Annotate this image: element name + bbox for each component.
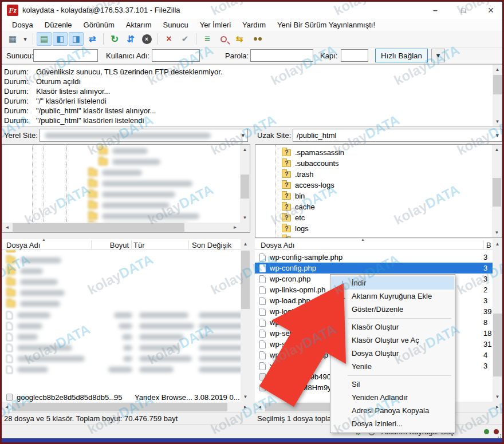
menu-item-copy-url[interactable]: Adresi Panoya Kopyala bbox=[331, 404, 454, 417]
compare-directories-icon[interactable] bbox=[232, 32, 247, 46]
site-manager-dropdown-icon[interactable] bbox=[21, 32, 29, 46]
column-divider[interactable] bbox=[131, 240, 132, 249]
scrollbar-thumb[interactable] bbox=[493, 314, 502, 376]
scroll-down-icon[interactable] bbox=[241, 392, 250, 402]
menu-item-add-to-queue[interactable]: Aktarım Kuyruğuna Ekle bbox=[331, 290, 454, 303]
menu-item-delete[interactable]: Sil bbox=[331, 378, 454, 391]
menu-item-download[interactable]: İndir bbox=[331, 276, 454, 290]
menu-item-rename[interactable]: Yeniden Adlandır bbox=[331, 391, 454, 404]
remote-tree-item[interactable]: etc bbox=[255, 212, 305, 223]
local-tree-pane[interactable] bbox=[2, 144, 250, 233]
filter-icon[interactable] bbox=[200, 32, 215, 46]
remote-tree-item[interactable]: .subaccounts bbox=[255, 158, 339, 169]
menu-aktarim[interactable]: Aktarım bbox=[120, 19, 158, 31]
column-divider[interactable] bbox=[91, 240, 92, 249]
menu-item-view-edit[interactable]: Göster/Düzenle bbox=[331, 303, 454, 316]
remote-tree-item[interactable]: .trash bbox=[255, 169, 314, 180]
password-input[interactable] bbox=[250, 49, 313, 62]
toggle-local-tree-icon[interactable] bbox=[53, 32, 68, 46]
scrollbar-thumb[interactable] bbox=[241, 175, 249, 199]
log-scrollbar[interactable] bbox=[493, 65, 502, 126]
scroll-left-icon[interactable] bbox=[2, 402, 11, 412]
menu-yerimleri[interactable]: Yer İmleri bbox=[194, 19, 237, 31]
remote-tree-item[interactable]: access-logs bbox=[255, 180, 334, 191]
toggle-log-view-icon[interactable] bbox=[37, 32, 52, 46]
remote-site-combo[interactable]: /public_html bbox=[293, 129, 502, 142]
port-input[interactable] bbox=[341, 49, 368, 62]
scrollbar-thumb[interactable] bbox=[241, 251, 250, 309]
local-tree-hscrollbar[interactable] bbox=[2, 223, 250, 232]
toggle-transfer-queue-icon[interactable] bbox=[85, 32, 100, 46]
remote-tree-vscrollbar[interactable] bbox=[492, 145, 502, 237]
local-tree-vscrollbar[interactable] bbox=[240, 145, 250, 223]
host-input[interactable] bbox=[33, 49, 98, 62]
remote-tree-item[interactable]: bin bbox=[255, 191, 305, 201]
scroll-down-icon[interactable] bbox=[240, 213, 250, 223]
remote-tree-item[interactable]: logs bbox=[255, 223, 309, 234]
local-list-vscrollbar[interactable] bbox=[241, 239, 250, 402]
close-button[interactable] bbox=[478, 2, 504, 19]
menu-item-create-directory-and-enter[interactable]: Klasör Oluştur ve Aç bbox=[331, 334, 454, 347]
scrollbar-thumb[interactable] bbox=[12, 403, 227, 411]
scroll-down-icon[interactable] bbox=[493, 392, 502, 402]
local-file-list[interactable]: googlecb8b2e8d5d85d8db5... 95 Yandex Bro… bbox=[2, 250, 250, 402]
minimize-button[interactable] bbox=[422, 2, 448, 19]
column-divider[interactable] bbox=[483, 240, 484, 249]
site-manager-icon[interactable] bbox=[5, 32, 20, 46]
column-type[interactable]: Tür bbox=[133, 241, 145, 249]
maximize-button[interactable] bbox=[450, 2, 477, 19]
column-name[interactable]: Dosya Adı bbox=[6, 241, 40, 249]
menu-sunucu[interactable]: Sunucu bbox=[158, 19, 194, 31]
scroll-up-icon[interactable] bbox=[492, 145, 502, 154]
menu-yardim[interactable]: Yardım bbox=[237, 19, 271, 31]
scroll-right-icon[interactable] bbox=[493, 402, 502, 412]
local-site-combo[interactable] bbox=[40, 129, 248, 142]
column-divider[interactable] bbox=[188, 240, 189, 249]
process-queue-icon[interactable] bbox=[123, 32, 138, 46]
menu-item-file-permissions[interactable]: Dosya İzinleri... bbox=[331, 417, 454, 430]
remote-tree-item[interactable] bbox=[255, 234, 291, 238]
scroll-right-icon[interactable] bbox=[230, 223, 240, 232]
scroll-right-icon[interactable] bbox=[241, 402, 250, 412]
scrollbar-thumb[interactable] bbox=[493, 75, 502, 94]
scroll-down-icon[interactable] bbox=[493, 117, 502, 126]
refresh-icon[interactable] bbox=[107, 32, 122, 46]
menu-dosya[interactable]: Dosya bbox=[6, 19, 39, 31]
quickconnect-dropdown[interactable] bbox=[431, 49, 445, 62]
remote-list-vscrollbar[interactable] bbox=[493, 239, 502, 402]
local-file-row[interactable]: googlecb8b2e8d5d85d8db5... 95 Yandex Bro… bbox=[2, 392, 241, 402]
resize-grip[interactable] bbox=[497, 433, 501, 438]
cancel-operation-icon[interactable] bbox=[139, 32, 154, 46]
find-files-icon[interactable] bbox=[248, 32, 263, 46]
disconnect-icon[interactable] bbox=[162, 32, 176, 46]
reconnect-icon[interactable] bbox=[178, 32, 192, 46]
menu-new-version[interactable]: Yeni Bir Sürüm Yayınlanmıştı! bbox=[271, 19, 381, 31]
scroll-up-icon[interactable] bbox=[493, 239, 502, 249]
scroll-up-icon[interactable] bbox=[241, 239, 250, 249]
username-input[interactable] bbox=[152, 49, 200, 62]
remote-tree-item[interactable]: .spamassassin bbox=[255, 147, 344, 158]
menu-gorunum[interactable]: Görünüm bbox=[78, 19, 120, 31]
scroll-left-icon[interactable] bbox=[2, 223, 12, 232]
search-icon[interactable] bbox=[216, 32, 231, 46]
scroll-up-icon[interactable] bbox=[240, 145, 250, 154]
menu-item-refresh[interactable]: Yenile bbox=[331, 360, 454, 373]
scroll-left-icon[interactable] bbox=[255, 402, 265, 412]
menu-duzenle[interactable]: Düzenle bbox=[39, 19, 78, 31]
column-size[interactable]: Boyut bbox=[94, 241, 129, 249]
menu-item-create-directory[interactable]: Klasör Oluştur bbox=[331, 320, 454, 334]
column-modified[interactable]: Son Değişik bbox=[192, 241, 231, 249]
local-list-hscrollbar[interactable] bbox=[2, 402, 250, 412]
menu-item-create-file[interactable]: Dosya Oluştur bbox=[331, 347, 454, 360]
quickconnect-button[interactable]: Hızlı Bağlan bbox=[375, 49, 428, 62]
scrollbar-thumb[interactable] bbox=[13, 223, 184, 232]
remote-tree-pane[interactable]: .spamassassin .subaccounts .trash access… bbox=[255, 144, 502, 238]
column-size[interactable]: B bbox=[486, 241, 491, 249]
column-name[interactable]: Dosya Adı bbox=[261, 241, 294, 249]
scroll-down-icon[interactable] bbox=[492, 228, 502, 237]
remote-file-row[interactable]: wp-config-sample.php3 bbox=[255, 252, 493, 263]
scroll-up-icon[interactable] bbox=[493, 65, 502, 74]
toggle-remote-tree-icon[interactable] bbox=[69, 32, 84, 46]
remote-file-row-selected[interactable]: wp-config.php3 bbox=[255, 263, 493, 273]
scrollbar-thumb[interactable] bbox=[493, 178, 501, 207]
